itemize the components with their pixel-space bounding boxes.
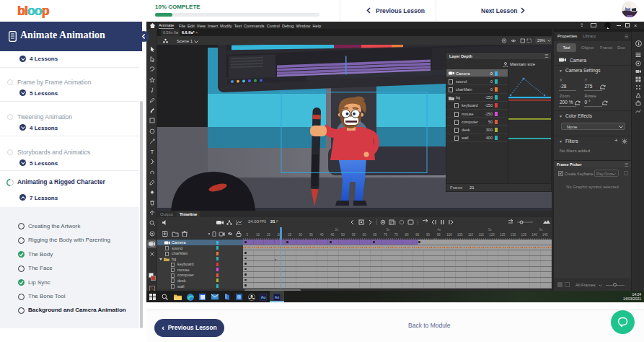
svg-text:T: T [150,149,154,154]
